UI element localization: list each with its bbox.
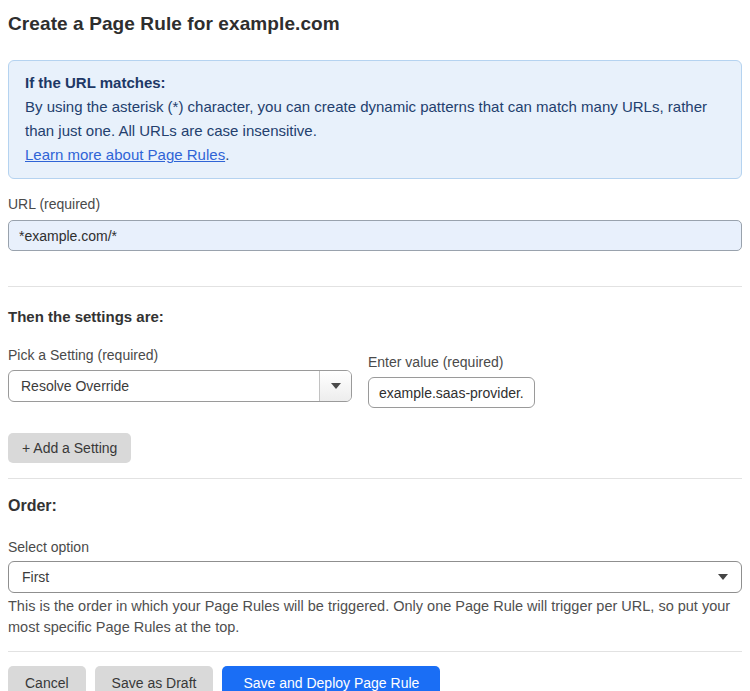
settings-row: Pick a Setting (required) Resolve Overri… (8, 347, 742, 408)
divider (8, 478, 742, 479)
info-box-heading: If the URL matches: (25, 71, 725, 95)
cancel-button[interactable]: Cancel (8, 666, 86, 691)
save-as-draft-button[interactable]: Save as Draft (95, 666, 214, 691)
page-title: Create a Page Rule for example.com (8, 13, 742, 35)
setting-picker-column: Pick a Setting (required) Resolve Overri… (8, 347, 352, 402)
url-match-info-box: If the URL matches: By using the asteris… (8, 60, 742, 179)
setting-value-input[interactable] (368, 377, 535, 408)
chevron-down-icon (331, 383, 341, 389)
setting-select[interactable]: Resolve Override (8, 370, 352, 402)
settings-section-heading: Then the settings are: (8, 308, 742, 325)
footer-actions: Cancel Save as Draft Save and Deploy Pag… (8, 666, 742, 691)
order-select-label: Select option (8, 539, 742, 555)
link-period: . (225, 146, 229, 163)
divider (8, 286, 742, 287)
chevron-down-icon (718, 574, 728, 580)
setting-select-arrow-box[interactable] (319, 371, 351, 401)
page-rule-form: Create a Page Rule for example.com If th… (0, 13, 750, 691)
info-box-link-line: Learn more about Page Rules. (25, 143, 725, 167)
order-select-value: First (22, 569, 49, 585)
url-field-label: URL (required) (8, 196, 742, 212)
divider (8, 651, 742, 652)
save-and-deploy-button[interactable]: Save and Deploy Page Rule (222, 666, 440, 691)
setting-select-value: Resolve Override (9, 378, 319, 394)
order-section-heading: Order: (8, 497, 742, 514)
setting-picker-label: Pick a Setting (required) (8, 347, 352, 363)
add-setting-button[interactable]: + Add a Setting (8, 433, 131, 463)
url-input[interactable] (8, 220, 742, 251)
learn-more-link[interactable]: Learn more about Page Rules (25, 146, 225, 163)
setting-value-label: Enter value (required) (368, 354, 535, 370)
setting-value-column: Enter value (required) (368, 354, 535, 408)
info-box-body: By using the asterisk (*) character, you… (25, 95, 725, 143)
order-help-text: This is the order in which your Page Rul… (8, 596, 742, 638)
order-select[interactable]: First (8, 561, 742, 593)
